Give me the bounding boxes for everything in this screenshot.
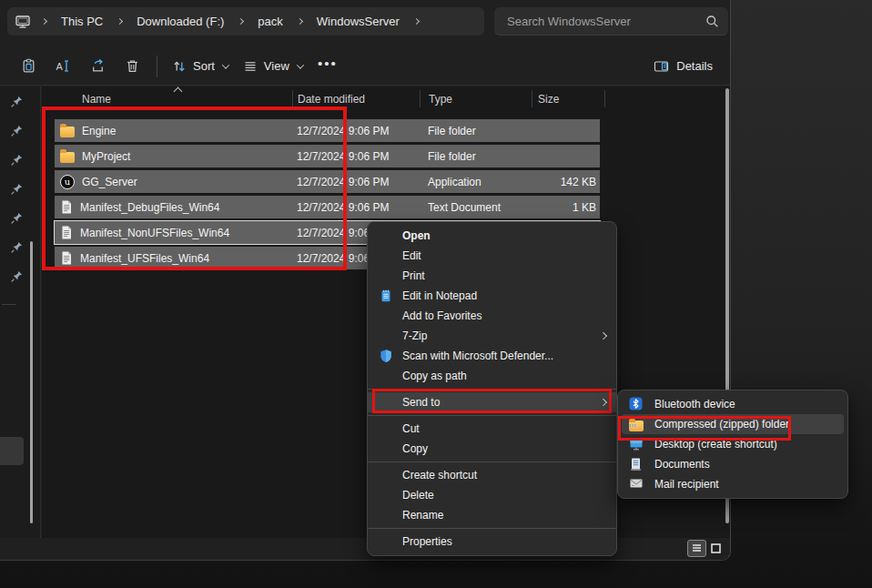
- menu-item-edit[interactable]: Edit: [368, 246, 616, 266]
- menu-item-open[interactable]: Open: [368, 226, 616, 246]
- view-button[interactable]: View: [236, 52, 310, 81]
- sidebar-item-highlight[interactable]: [0, 437, 24, 465]
- submenu-arrow-icon: [599, 399, 606, 406]
- column-date[interactable]: Date modified: [298, 93, 365, 106]
- file-name: Manifest_DebugFiles_Win64: [80, 201, 219, 214]
- menu-label: 7-Zip: [402, 329, 427, 342]
- desktop-icon: [629, 437, 644, 451]
- menu-item-print[interactable]: Print: [368, 266, 616, 286]
- search-icon[interactable]: [705, 15, 719, 28]
- column-name[interactable]: Name: [82, 93, 111, 106]
- delete-button[interactable]: [115, 52, 149, 81]
- pin-icon[interactable]: [10, 211, 24, 225]
- share-button[interactable]: [80, 52, 115, 81]
- table-row[interactable]: MyProject 12/7/2024 9:06 PM File folder: [55, 145, 600, 167]
- pin-icon[interactable]: [10, 95, 24, 108]
- chevron-right-icon[interactable]: [297, 18, 303, 25]
- search-input[interactable]: [507, 15, 705, 28]
- chevron-right-icon[interactable]: [238, 18, 244, 25]
- menu-separator: [368, 528, 616, 529]
- menu-label: Delete: [402, 489, 434, 502]
- pin-icon[interactable]: [10, 182, 24, 196]
- file-name: GG_Server: [82, 176, 137, 188]
- menu-item-copy-as-path[interactable]: Copy as path: [368, 366, 616, 386]
- column-divider[interactable]: [292, 90, 293, 107]
- submenu-item-desktop-shortcut[interactable]: Desktop (create shortcut): [622, 434, 844, 454]
- pin-icon[interactable]: [10, 240, 24, 254]
- menu-label: Edit: [402, 249, 421, 262]
- submenu-item-mail[interactable]: Mail recipient: [622, 474, 844, 494]
- defender-shield-icon: [379, 349, 393, 363]
- menu-item-create-shortcut[interactable]: Create shortcut: [368, 465, 616, 485]
- menu-separator: [368, 415, 616, 416]
- breadcrumb-pack[interactable]: pack: [250, 13, 289, 30]
- sort-button[interactable]: Sort: [165, 52, 236, 81]
- thumbnail-view-toggle[interactable]: [706, 540, 725, 557]
- menu-item-rename[interactable]: Rename: [368, 505, 616, 525]
- menu-item-delete[interactable]: Delete: [368, 485, 616, 505]
- bluetooth-icon: [629, 397, 644, 411]
- pin-icon[interactable]: [10, 153, 24, 167]
- chevron-down-icon: [297, 61, 304, 68]
- sidebar-scrollbar[interactable]: [30, 241, 33, 523]
- more-options-button[interactable]: •••: [310, 52, 345, 81]
- table-row[interactable]: Manifest_DebugFiles_Win64 12/7/2024 9:06…: [55, 196, 600, 218]
- column-divider[interactable]: [532, 90, 532, 107]
- text-document-icon: [60, 225, 73, 240]
- pin-icon[interactable]: [10, 124, 24, 137]
- details-view-toggle[interactable]: [687, 540, 706, 557]
- chevron-right-icon[interactable]: [41, 18, 47, 25]
- unreal-glyph: u: [65, 177, 70, 187]
- column-divider[interactable]: [604, 90, 605, 107]
- context-menu: Open Edit Print Edit in Notepad Add to F…: [367, 221, 617, 556]
- zip-folder-icon: [629, 421, 644, 431]
- chevron-right-icon[interactable]: [413, 18, 420, 25]
- breadcrumb-this-pc[interactable]: This PC: [54, 13, 110, 30]
- menu-label: Send to: [402, 396, 440, 409]
- menu-label: Create shortcut: [402, 469, 477, 482]
- menu-item-add-to-favorites[interactable]: Add to Favorites: [368, 306, 616, 326]
- menu-item-7zip[interactable]: 7-Zip: [368, 326, 616, 346]
- chevron-right-icon[interactable]: [117, 18, 123, 25]
- submenu-item-documents[interactable]: Documents: [622, 454, 844, 474]
- pin-icon[interactable]: [10, 269, 24, 283]
- menu-item-scan-defender[interactable]: Scan with Microsoft Defender...: [368, 346, 616, 366]
- search-box[interactable]: [494, 7, 728, 35]
- sort-ascending-icon: [174, 87, 183, 96]
- menu-item-copy[interactable]: Copy: [368, 439, 616, 459]
- menu-label: Print: [402, 269, 425, 282]
- breadcrumb-windowsserver[interactable]: WindowsServer: [309, 13, 407, 30]
- column-divider[interactable]: [420, 90, 421, 107]
- column-type[interactable]: Type: [429, 93, 452, 106]
- menu-label: Documents: [654, 458, 710, 471]
- status-bar: [0, 538, 731, 560]
- folder-icon: [60, 152, 75, 163]
- menu-separator: [368, 461, 616, 462]
- rename-button[interactable]: A: [46, 52, 80, 81]
- file-size: 1 KB: [573, 201, 596, 214]
- table-row[interactable]: u GG_Server 12/7/2024 9:06 PM Applicatio…: [55, 170, 600, 193]
- menu-label: Copy as path: [402, 370, 467, 382]
- menu-label: Mail recipient: [654, 478, 719, 491]
- paste-button[interactable]: [11, 52, 46, 81]
- more-icon: •••: [318, 56, 338, 76]
- column-size[interactable]: Size: [538, 93, 559, 106]
- menu-item-edit-in-notepad[interactable]: Edit in Notepad: [368, 286, 616, 306]
- menu-label: Cut: [402, 422, 420, 435]
- submenu-arrow-icon: [599, 332, 606, 340]
- navigation-pane: [0, 86, 41, 539]
- address-bar[interactable]: This PC Downloaded (F:) pack WindowsServ…: [7, 7, 484, 35]
- submenu-item-compressed-folder[interactable]: Compressed (zipped) folder: [622, 414, 844, 434]
- file-size: 142 KB: [561, 176, 596, 188]
- menu-label: Compressed (zipped) folder: [654, 418, 789, 431]
- menu-label: Open: [402, 229, 431, 242]
- table-row[interactable]: Engine 12/7/2024 9:06 PM File folder: [55, 119, 600, 142]
- submenu-item-bluetooth[interactable]: Bluetooth device: [622, 394, 844, 414]
- breadcrumb-drive[interactable]: Downloaded (F:): [129, 13, 231, 30]
- file-name: Manifest_NonUFSFiles_Win64: [80, 227, 229, 239]
- details-pane-button[interactable]: Details: [646, 52, 720, 81]
- menu-item-send-to[interactable]: Send to: [368, 392, 616, 412]
- menu-item-properties[interactable]: Properties: [368, 532, 616, 552]
- menu-item-cut[interactable]: Cut: [368, 419, 616, 439]
- file-type: File folder: [428, 150, 476, 163]
